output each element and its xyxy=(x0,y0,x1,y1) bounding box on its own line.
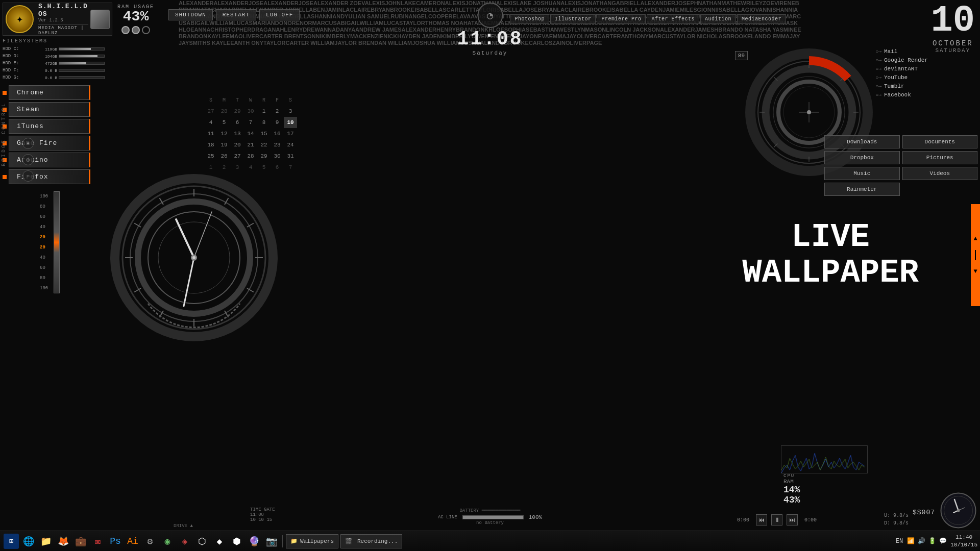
taskbar-icon-app7[interactable]: 🔮 xyxy=(247,534,262,549)
cal-day-7[interactable]: 7 xyxy=(244,117,257,128)
shutdown-button[interactable]: SHUTDOWN xyxy=(168,9,213,20)
taskbar-icon-ai[interactable]: Ai xyxy=(125,534,140,549)
taskbar-icon-file[interactable]: 📁 xyxy=(38,534,54,549)
systray-action-center[interactable]: 💬 xyxy=(938,537,947,546)
cal-header-r: R xyxy=(257,94,271,106)
cal-day-29[interactable]: 29 xyxy=(257,151,271,162)
cal-day-5[interactable]: 5 xyxy=(217,117,231,128)
cal-day-10-today[interactable]: 10 xyxy=(284,117,297,128)
app-item-gamefire[interactable]: Game Fire xyxy=(3,136,112,151)
cal-day-6[interactable]: 6 xyxy=(231,117,244,128)
taskbar-icon-ie[interactable]: 🌐 xyxy=(21,534,36,549)
shortcut-photoshop[interactable]: Photoshop xyxy=(510,14,549,24)
systray-network[interactable]: 📶 xyxy=(906,537,915,546)
start-button[interactable]: ⊞ xyxy=(4,534,19,549)
logoff-button[interactable]: LOG OFF xyxy=(259,9,300,20)
taskbar-icon-finder[interactable]: 💼 xyxy=(73,534,88,549)
cal-day-31[interactable]: 31 xyxy=(284,151,297,162)
taskbar-icon-app5[interactable]: ◆ xyxy=(212,534,227,549)
edge-icon-2[interactable]: ◎ xyxy=(22,154,34,165)
shortcut-premiere[interactable]: Premiere Pro xyxy=(597,14,646,24)
cal-day-27[interactable]: 27 xyxy=(231,151,244,162)
app-item-itunes[interactable]: iTunes xyxy=(3,119,112,134)
arduino-button[interactable]: Arduino xyxy=(9,153,90,167)
taskbar-recording[interactable]: 🎬 Recording... xyxy=(340,534,402,548)
shortcut-youtube[interactable]: ○→ YouTube xyxy=(875,74,977,81)
prev-button[interactable]: ⏮ xyxy=(756,514,767,525)
cal-day-4[interactable]: 4 xyxy=(204,117,217,128)
cal-day-2[interactable]: 2 xyxy=(271,106,284,117)
folder-documents[interactable]: Documents xyxy=(902,135,978,148)
chrome-button[interactable]: Chrome xyxy=(9,85,90,100)
ram-small-label: RAM xyxy=(783,479,829,485)
cal-day-3[interactable]: 3 xyxy=(284,106,297,117)
steam-button[interactable]: Steam xyxy=(9,102,90,117)
taskbar-icon-browser[interactable]: 🦊 xyxy=(56,534,71,549)
folder-downloads[interactable]: Downloads xyxy=(824,135,900,148)
taskbar-icon-app8[interactable]: 📷 xyxy=(264,534,279,549)
shortcut-aftereffects[interactable]: After Effects xyxy=(647,14,699,24)
cal-day-5next: 5 xyxy=(257,162,271,173)
restart-button[interactable]: RESTART xyxy=(216,9,256,20)
folder-dropbox[interactable]: Dropbox xyxy=(824,151,900,164)
cal-day-19[interactable]: 19 xyxy=(217,139,231,151)
firefox-button[interactable]: Firefox xyxy=(9,169,90,184)
play-pause-button[interactable]: ⏸ xyxy=(771,514,782,525)
cal-day-28[interactable]: 28 xyxy=(244,151,257,162)
shortcut-facebook[interactable]: ○→ Facebook xyxy=(875,92,977,98)
gamefire-button[interactable]: Game Fire xyxy=(9,136,90,151)
next-button[interactable]: ⏭ xyxy=(787,514,798,525)
taskbar-icon-app4[interactable]: ⬡ xyxy=(194,534,210,549)
gauge-value-badge: 89 xyxy=(735,51,748,60)
cal-day-8[interactable]: 8 xyxy=(257,117,271,128)
app-item-arduino[interactable]: Arduino xyxy=(3,153,112,167)
shortcut-audition[interactable]: Audition xyxy=(700,14,736,24)
cal-day-14[interactable]: 14 xyxy=(244,128,257,139)
folder-videos[interactable]: Videos xyxy=(902,167,978,180)
cal-day-23[interactable]: 23 xyxy=(271,139,284,151)
cal-day-24[interactable]: 24 xyxy=(284,139,297,151)
cal-day-30[interactable]: 30 xyxy=(271,151,284,162)
app-item-chrome[interactable]: Chrome xyxy=(3,85,112,100)
taskbar-icon-app3[interactable]: ◈ xyxy=(177,534,192,549)
folder-music[interactable]: Music xyxy=(824,167,900,180)
edge-icon-1[interactable]: ● xyxy=(22,138,34,149)
shortcut-googlerender[interactable]: ○→ Google Render xyxy=(875,57,977,63)
cal-day-12[interactable]: 12 xyxy=(217,128,231,139)
cal-day-1[interactable]: 1 xyxy=(257,106,271,117)
cal-day-9[interactable]: 9 xyxy=(271,117,284,128)
taskbar-icon-mail[interactable]: ✉ xyxy=(90,534,106,549)
cal-day-22[interactable]: 22 xyxy=(257,139,271,151)
cal-day-17[interactable]: 17 xyxy=(284,128,297,139)
edge-icon-3[interactable]: ○ xyxy=(22,170,34,182)
app-item-firefox[interactable]: Firefox xyxy=(3,169,112,184)
cal-day-13[interactable]: 13 xyxy=(231,128,244,139)
taskbar-icon-tool[interactable]: ⚙ xyxy=(142,534,158,549)
cal-day-25[interactable]: 25 xyxy=(204,151,217,162)
taskbar-icon-app2[interactable]: ◉ xyxy=(160,534,175,549)
cal-day-21[interactable]: 21 xyxy=(244,139,257,151)
taskbar-wallpapers[interactable]: 📁 Wallpapers xyxy=(286,534,338,548)
folder-pictures[interactable]: Pictures xyxy=(902,151,978,164)
shield-user: MEDIA MAGGOT | DAELNZ xyxy=(38,24,88,36)
edge-arrow-down[interactable]: ▼ xyxy=(973,268,977,275)
itunes-button[interactable]: iTunes xyxy=(9,119,90,134)
edge-arrow-up[interactable]: ▲ xyxy=(973,235,977,242)
folder-rainmeter[interactable]: Rainmeter xyxy=(824,183,900,196)
cal-day-15[interactable]: 15 xyxy=(257,128,271,139)
shortcut-mediaencoder[interactable]: MediaEncoder xyxy=(737,14,786,24)
cal-day-26[interactable]: 26 xyxy=(217,151,231,162)
systray-battery[interactable]: 🔋 xyxy=(927,537,937,546)
systray-speaker[interactable]: 🔊 xyxy=(917,537,926,546)
cal-day-18[interactable]: 18 xyxy=(204,139,217,151)
shortcut-illustrator[interactable]: Illustrator xyxy=(550,14,596,24)
shortcut-mail[interactable]: ○→ Mail xyxy=(875,48,977,55)
shortcut-tumblr[interactable]: ○→ Tumblr xyxy=(875,83,977,89)
cal-day-11[interactable]: 11 xyxy=(204,128,217,139)
shortcut-deviantart[interactable]: ○→ deviantART xyxy=(875,66,977,72)
cal-day-16[interactable]: 16 xyxy=(271,128,284,139)
cal-day-20[interactable]: 20 xyxy=(231,139,244,151)
taskbar-icon-ps[interactable]: Ps xyxy=(108,534,123,549)
taskbar-icon-app6[interactable]: ⬢ xyxy=(229,534,244,549)
app-item-steam[interactable]: Steam xyxy=(3,102,112,117)
